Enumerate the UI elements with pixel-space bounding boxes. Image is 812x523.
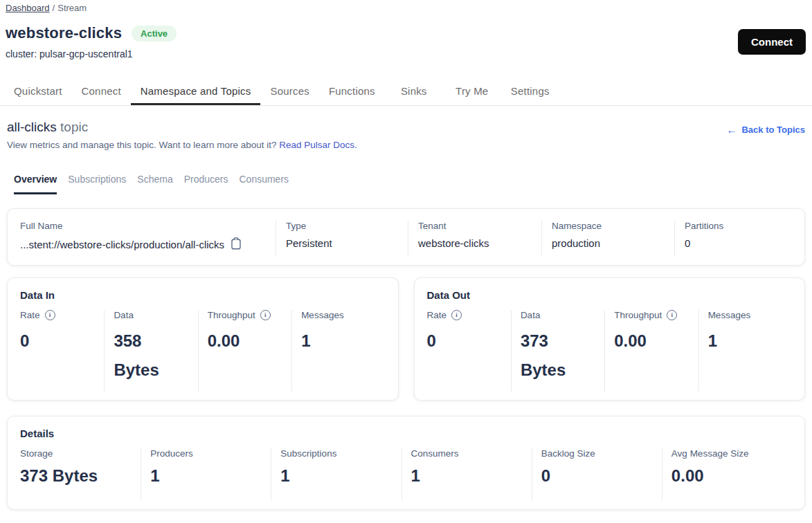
- breadcrumb-separator: /: [53, 3, 55, 13]
- topic-header-left: all-clicks topic View metrics and manage…: [7, 120, 357, 150]
- metric-value: 373 Bytes: [521, 327, 588, 385]
- back-to-topics-label: Back to Topics: [741, 125, 805, 135]
- info-label: Full Name: [20, 221, 269, 231]
- details-title: Details: [20, 428, 792, 439]
- details-card: Details Storage 373 Bytes Producers 1 Su…: [7, 416, 805, 510]
- info-field-tenant: Tenant webstore-clicks: [408, 221, 541, 256]
- metric-storage: Storage 373 Bytes: [20, 448, 141, 501]
- tenant-value: webstore-clicks: [418, 237, 534, 249]
- info-field-type: Type Persistent: [276, 221, 408, 256]
- topic-description-text: View metrics and manage this topic. Want…: [7, 140, 276, 150]
- metric-label: Throughput: [208, 310, 255, 320]
- topic-info-card: Full Name ...stent://webstore-clicks/pro…: [7, 208, 805, 266]
- copy-icon: [231, 237, 242, 252]
- metric-value: 1: [280, 466, 401, 486]
- read-pulsar-docs-link[interactable]: Read Pulsar Docs.: [279, 140, 357, 150]
- info-label: Tenant: [418, 221, 534, 231]
- metric-subscriptions: Subscriptions 1: [271, 448, 401, 501]
- main-tabs: Quickstart Connect Namespace and Topics …: [0, 76, 812, 106]
- topic-title: all-clicks topic: [7, 120, 357, 135]
- metric-value: 358 Bytes: [114, 327, 181, 385]
- info-label: Namespace: [552, 221, 667, 231]
- metric-value: 1: [411, 466, 532, 486]
- metric-value: 0.00: [208, 327, 276, 356]
- topic-type-suffix: topic: [60, 120, 88, 134]
- info-icon[interactable]: [260, 310, 271, 320]
- metric-value: 1: [708, 327, 776, 356]
- subtab-producers[interactable]: Producers: [184, 174, 228, 194]
- tab-sources[interactable]: Sources: [260, 76, 318, 105]
- info-field-full-name: Full Name ...stent://webstore-clicks/pro…: [8, 221, 276, 256]
- metric-data: Data 358 Bytes: [104, 310, 197, 392]
- page-header: webstore-clicks Active cluster: pulsar-g…: [6, 24, 806, 59]
- tab-settings[interactable]: Settings: [501, 76, 559, 105]
- data-in-title: Data In: [20, 289, 386, 301]
- data-in-metrics: Rate 0 Data 358 Bytes Throughput: [20, 310, 386, 392]
- metric-label: Rate: [20, 310, 40, 320]
- metric-data: Data 373 Bytes: [511, 310, 604, 392]
- back-to-topics-link[interactable]: ← Back to Topics: [726, 124, 805, 136]
- info-field-partitions: Partitions 0: [674, 221, 804, 256]
- subtab-overview[interactable]: Overview: [14, 174, 57, 194]
- topic-name: all-clicks: [7, 120, 57, 134]
- metric-rate: Rate 0: [20, 310, 104, 392]
- metric-label: Data: [114, 310, 134, 320]
- metric-label: Backlog Size: [541, 448, 595, 459]
- metric-label: Subscriptions: [280, 448, 336, 459]
- namespace-value: production: [552, 237, 667, 249]
- subtab-consumers[interactable]: Consumers: [239, 174, 289, 194]
- metric-consumers: Consumers 1: [402, 448, 532, 501]
- metric-label: Consumers: [411, 448, 459, 459]
- metric-throughput: Throughput 0.00: [604, 310, 698, 392]
- metric-value: 1: [301, 327, 369, 356]
- tab-namespace-and-topics[interactable]: Namespace and Topics: [131, 76, 261, 105]
- breadcrumb: Dashboard/Stream: [0, 0, 812, 13]
- subtab-schema[interactable]: Schema: [137, 174, 172, 194]
- copy-button[interactable]: [231, 237, 242, 252]
- metric-label: Storage: [20, 448, 53, 459]
- partitions-value: 0: [685, 237, 797, 249]
- full-name-value: ...stent://webstore-clicks/production/al…: [20, 239, 224, 250]
- back-arrow-icon: ←: [726, 124, 737, 136]
- metric-value: 0.00: [671, 466, 792, 486]
- type-value: Persistent: [286, 237, 401, 249]
- metric-value: 0: [541, 466, 662, 486]
- subtab-subscriptions[interactable]: Subscriptions: [68, 174, 126, 194]
- tab-connect[interactable]: Connect: [72, 76, 131, 105]
- topic-header: all-clicks topic View metrics and manage…: [7, 120, 805, 150]
- metric-label: Messages: [708, 310, 751, 320]
- tab-sinks[interactable]: Sinks: [385, 76, 443, 105]
- tab-quickstart[interactable]: Quickstart: [4, 76, 72, 105]
- breadcrumb-dashboard-link[interactable]: Dashboard: [6, 3, 50, 13]
- connect-button[interactable]: Connect: [738, 29, 806, 55]
- status-badge: Active: [132, 26, 177, 42]
- topic-subtabs: Overview Subscriptions Schema Producers …: [14, 174, 805, 194]
- tab-try-me[interactable]: Try Me: [443, 76, 501, 105]
- info-field-namespace: Namespace production: [541, 221, 674, 256]
- metric-value: 373 Bytes: [20, 466, 141, 486]
- metric-label: Data: [521, 310, 541, 320]
- data-out-title: Data Out: [427, 289, 793, 301]
- metric-value: 0: [427, 327, 495, 356]
- metric-messages: Messages 1: [291, 310, 385, 392]
- tab-functions[interactable]: Functions: [319, 76, 385, 105]
- data-out-metrics: Rate 0 Data 373 Bytes Throughput: [427, 310, 793, 392]
- topic-detail-page: Dashboard/Stream webstore-clicks Active …: [0, 0, 812, 510]
- breadcrumb-current: Stream: [57, 3, 87, 13]
- details-metrics: Storage 373 Bytes Producers 1 Subscripti…: [20, 448, 792, 501]
- topic-description: View metrics and manage this topic. Want…: [7, 140, 357, 150]
- metric-value: 0: [20, 327, 88, 356]
- info-icon[interactable]: [667, 310, 677, 320]
- data-cards-row: Data In Rate 0 Data 358 Bytes: [7, 277, 805, 401]
- metric-value: 1: [150, 466, 271, 486]
- data-out-card: Data Out Rate 0 Data 373 Bytes: [414, 277, 806, 401]
- metric-producers: Producers 1: [141, 448, 271, 501]
- metric-label: Messages: [301, 310, 344, 320]
- info-icon[interactable]: [451, 310, 462, 320]
- page-title: webstore-clicks: [6, 24, 122, 42]
- metric-label: Producers: [150, 448, 193, 459]
- info-icon[interactable]: [45, 310, 55, 320]
- metric-label: Avg Message Size: [671, 448, 749, 459]
- page-header-left: webstore-clicks Active cluster: pulsar-g…: [6, 24, 177, 59]
- info-label: Partitions: [685, 221, 797, 231]
